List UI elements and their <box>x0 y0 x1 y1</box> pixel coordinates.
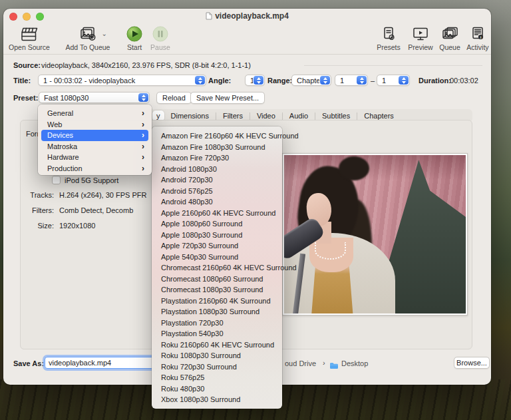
source-value: videoplayback, 3840x2160, 23.976 FPS, SD… <box>41 61 251 69</box>
ipod-support-checkbox[interactable] <box>52 176 61 184</box>
folder-icon <box>329 360 339 372</box>
submenu-item[interactable]: Android 480p30 <box>152 196 282 208</box>
reload-button[interactable]: Reload <box>156 92 192 104</box>
start-button[interactable]: Start <box>122 25 147 51</box>
title-popup[interactable]: 1 - 00:03:02 - videoplayback <box>38 75 206 86</box>
singer-necklace <box>315 242 345 260</box>
submenu-item[interactable]: Xbox 1080p30 Surround <box>152 394 282 405</box>
add-to-queue-button[interactable]: ⌄ Add To Queue <box>65 25 111 51</box>
submenu-item[interactable]: Apple 1080p30 Surround <box>152 230 282 241</box>
submenu-item[interactable]: Chromecast 1080p60 Surround <box>152 274 282 285</box>
size-value: 1920x1080 <box>59 222 95 230</box>
submenu-chevron-icon: › <box>142 109 144 117</box>
popup-stepper-icon <box>195 76 205 85</box>
save-as-label: Save As: <box>13 359 44 367</box>
popup-stepper-icon <box>138 93 148 102</box>
presets-icon <box>380 25 397 43</box>
desktop: videoplayback.mp4 Open Source ⌄ Add To Q… <box>0 0 511 420</box>
preset-popup[interactable]: Fast 1080p30 <box>39 92 150 103</box>
presets-button[interactable]: Presets <box>373 25 404 51</box>
submenu-item[interactable]: Amazon Fire 2160p60 4K HEVC Surround <box>152 130 282 142</box>
add-to-queue-icon: ⌄ <box>78 25 98 43</box>
window-title: videoplayback.mp4 <box>3 11 491 21</box>
source-divider <box>304 65 482 66</box>
path-icloud-drive-truncated: oud Drive <box>285 359 316 367</box>
submenu-chevron-icon: › <box>142 164 144 172</box>
ipod-support-label: iPod 5G Support <box>65 176 118 184</box>
range-mode-popup[interactable]: Chapters <box>291 75 331 86</box>
start-play-icon <box>126 25 143 43</box>
submenu-chevron-icon: › <box>142 120 144 128</box>
submenu-chevron-icon: › <box>142 142 144 150</box>
activity-button[interactable]: i Activity <box>464 25 492 51</box>
angle-popup[interactable]: 1 <box>245 75 265 86</box>
pause-icon <box>152 25 169 43</box>
submenu-item[interactable]: Roku 2160p60 4K HEVC Surround <box>152 339 282 351</box>
range-from-popup[interactable]: 1 <box>335 75 368 86</box>
browse-button[interactable]: Browse... <box>454 357 490 369</box>
chevron-down-icon: ⌄ <box>102 30 107 37</box>
preview-icon <box>411 25 430 43</box>
title-label: Title: <box>13 77 31 85</box>
submenu-item[interactable]: Apple 540p30 Surround <box>152 252 282 263</box>
duration-value: 00:03:02 <box>450 77 478 85</box>
submenu-item[interactable]: Android 720p30 <box>152 174 282 186</box>
menu-item-web[interactable]: Web› <box>41 119 148 130</box>
submenu-item[interactable]: Amazon Fire 1080p30 Surround <box>152 142 282 153</box>
preview-button[interactable]: Preview <box>405 25 436 51</box>
submenu-chevron-icon: › <box>142 131 144 139</box>
tracks-label: Tracks: <box>21 191 54 199</box>
video-preview-frame <box>282 153 468 315</box>
angle-label: Angle: <box>208 77 231 85</box>
submenu-item[interactable]: Playstation 720p30 <box>152 317 282 329</box>
titlebar: videoplayback.mp4 <box>3 9 491 23</box>
menu-item-matroska[interactable]: Matroska› <box>41 141 148 152</box>
submenu-item[interactable]: Playstation 540p30 <box>152 328 282 339</box>
popup-stepper-icon <box>320 76 330 85</box>
submenu-item[interactable]: Roku 576p25 <box>152 372 282 383</box>
submenu-item[interactable]: Playstation 2160p60 4K Surround <box>152 296 282 307</box>
open-source-button[interactable]: Open Source <box>9 25 50 51</box>
menu-item-general[interactable]: General› <box>41 108 148 119</box>
duration-label: Duration: <box>419 77 451 85</box>
submenu-item[interactable]: Roku 720p30 Surround <box>152 361 282 373</box>
range-to-popup[interactable]: 1 <box>377 75 410 86</box>
document-proxy-icon <box>206 12 212 20</box>
menu-item-hardware[interactable]: Hardware› <box>41 152 148 163</box>
submenu-item[interactable]: Chromecast 1080p30 Surround <box>152 284 282 296</box>
tracks-value: H.264 (x264), 30 FPS PFR <box>59 191 146 199</box>
popup-stepper-icon <box>357 76 367 85</box>
submenu-item[interactable]: Apple 2160p60 4K HEVC Surround <box>152 208 282 219</box>
submenu-item[interactable]: Roku 480p30 <box>152 383 282 395</box>
preset-menu: General› Web› Devices› Matroska› Hardwar… <box>38 105 152 175</box>
toolbar-divider <box>3 54 491 55</box>
menu-item-production[interactable]: Production› <box>41 163 148 174</box>
clapperboard-icon <box>19 25 39 43</box>
submenu-item[interactable]: Amazon Fire 720p30 <box>152 152 282 164</box>
activity-log-icon: i <box>469 25 486 43</box>
submenu-item[interactable]: Android 576p25 <box>152 186 282 197</box>
devices-submenu: Amazon Fire 2160p60 4K HEVC Surround Ama… <box>152 126 282 409</box>
save-new-preset-button[interactable]: Save New Preset... <box>190 92 265 104</box>
submenu-item[interactable]: Apple 720p30 Surround <box>152 240 282 252</box>
range-separator: – <box>371 77 375 85</box>
submenu-item[interactable]: Chromecast 2160p60 4K HEVC Surround <box>152 262 282 274</box>
submenu-item[interactable]: Apple 1080p60 Surround <box>152 218 282 230</box>
menu-item-devices[interactable]: Devices› <box>41 130 148 141</box>
submenu-item[interactable]: Roku 1080p30 Surround <box>152 350 282 361</box>
video-preview-image <box>284 155 466 314</box>
submenu-item[interactable]: Android 1080p30 <box>152 164 282 175</box>
queue-button[interactable]: Queue <box>436 25 463 51</box>
popup-stepper-icon <box>399 76 409 85</box>
pause-button[interactable]: Pause <box>148 25 173 51</box>
path-chevron: › <box>323 359 325 367</box>
submenu-chevron-icon: › <box>142 153 144 161</box>
singer-hair <box>339 156 369 180</box>
filters-value: Comb Detect, Decomb <box>59 206 133 214</box>
source-label: Source: <box>13 61 41 69</box>
preset-label: Preset: <box>13 94 38 102</box>
submenu-item[interactable]: Playstation 1080p30 Surround <box>152 306 282 317</box>
filters-label: Filters: <box>21 206 54 214</box>
queue-icon <box>440 25 459 43</box>
toolbar: Open Source ⌄ Add To Queue Start Paus <box>3 23 491 54</box>
